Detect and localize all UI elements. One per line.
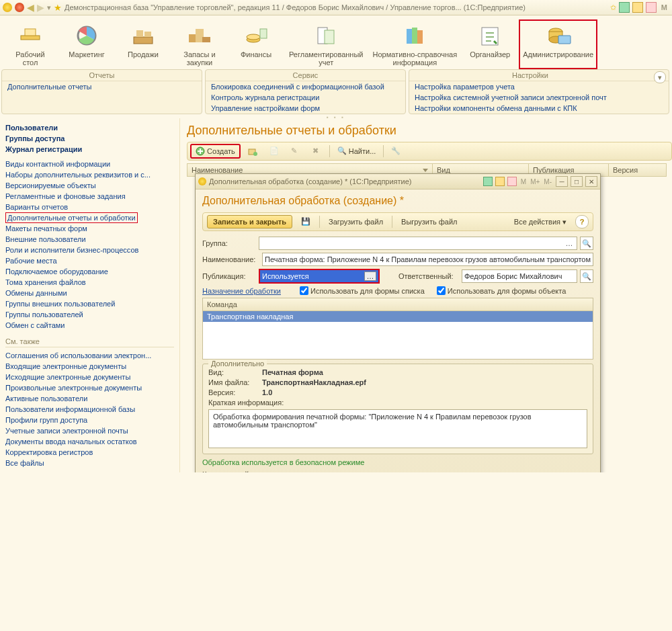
ellipsis-icon[interactable]: … (564, 239, 575, 247)
sidebar-bold[interactable]: Группы доступа (5, 133, 174, 144)
unload-file-button[interactable]: Выгрузить файл (396, 216, 462, 228)
use-object-checkbox[interactable]: Использовать для формы объекта (437, 286, 566, 295)
command-row[interactable]: Транспортная накладная (203, 311, 593, 322)
group-input[interactable]: … (259, 237, 577, 250)
sidebar-link[interactable]: Регламентные и фоновые задания (5, 191, 174, 202)
panel-link[interactable]: Контроль журнала регистрации (206, 92, 405, 103)
load-file-button[interactable]: Загрузить файл (324, 216, 388, 228)
fav-add-icon[interactable]: ✩ (610, 3, 616, 12)
sidebar-link[interactable]: Роли и исполнители бизнес-процессов (5, 245, 174, 255)
sidebar-link[interactable]: Макеты печатных форм (5, 223, 174, 234)
sidebar-link[interactable]: Группы пользователей (5, 309, 174, 320)
sidebar-link[interactable]: Профили групп доступа (5, 415, 174, 425)
assignment-link[interactable]: Назначение обработки (202, 287, 281, 295)
all-actions-button[interactable]: Все действия ▾ (509, 216, 571, 228)
publication-select[interactable]: Используется… (259, 269, 380, 284)
tb-icon[interactable] (495, 177, 505, 186)
sidebar-link[interactable]: Обмены данными (5, 288, 174, 298)
lookup-button[interactable]: 🔍 (580, 237, 593, 250)
delete-button[interactable]: ✖ (308, 144, 327, 158)
ribbon-regaccount[interactable]: Регламентированный учет (285, 19, 368, 69)
sidebar-link[interactable]: Соглашения об использовании электрон... (5, 350, 174, 361)
sidebar-bold[interactable]: Пользователи (5, 122, 174, 133)
tool-icon-1[interactable] (619, 2, 630, 13)
commands-header[interactable]: Команда (203, 298, 593, 311)
menu-icon[interactable] (15, 3, 24, 12)
tb-icon[interactable] (507, 177, 517, 186)
find-button[interactable]: 🔍Найти... (333, 144, 381, 158)
sidebar-link[interactable]: Внешние пользователи (5, 234, 174, 245)
close-button[interactable]: ✕ (585, 176, 597, 187)
m-icon[interactable]: M (659, 3, 669, 11)
sidebar-link[interactable]: Подключаемое оборудование (5, 266, 174, 277)
sidebar-link[interactable]: Варианты отчетов (5, 202, 174, 212)
save-button[interactable]: 💾 (296, 215, 315, 228)
nav-back-icon[interactable]: ◀ (27, 2, 34, 13)
ribbon-organizer[interactable]: Органайзер (462, 19, 517, 69)
tb-icon[interactable] (483, 177, 493, 186)
sidebar-link[interactable]: Корректировка регистров (5, 447, 174, 458)
sidebar-link[interactable]: Рабочие места (5, 255, 174, 266)
name-input[interactable]: Печатная форма: Приложение N 4 к Правила… (262, 253, 593, 266)
m-plus-icon[interactable]: M+ (530, 178, 540, 185)
sidebar-link[interactable]: Виды контактной информации (5, 159, 174, 169)
panel-link[interactable]: Настройка системной учетной записи элект… (409, 92, 669, 103)
col-ver[interactable]: Версия (609, 164, 666, 176)
tool-icon-2[interactable] (632, 2, 643, 13)
use-list-checkbox[interactable]: Использовать для формы списка (300, 286, 425, 295)
refresh-button[interactable]: 🔧 (386, 144, 405, 158)
panel-link[interactable]: Блокировка соединений с информационной б… (206, 81, 405, 92)
star-icon[interactable]: ★ (54, 3, 62, 13)
sidebar-link-extra-reports[interactable]: Дополнительные отчеты и обработки (7, 214, 136, 222)
panel-link[interactable]: Дополнительные отчеты (2, 81, 202, 92)
edit-button[interactable]: ✎ (286, 144, 305, 158)
create-folder-button[interactable] (243, 144, 262, 158)
sidebar-link[interactable]: Обмен с сайтами (5, 320, 174, 331)
sidebar-link[interactable]: Произвольные электронные документы (5, 382, 174, 393)
ribbon-admin[interactable]: Администрирование (519, 19, 597, 69)
sidebar-link[interactable]: Группы внешних пользователей (5, 298, 174, 309)
panel-service: Сервис Блокировка соединений с информаци… (205, 69, 406, 114)
version-value: 1.0 (262, 388, 272, 396)
ribbon-marketing[interactable]: Маркетинг (59, 19, 114, 69)
short-info-box[interactable]: Обработка формирования печатной формы: "… (208, 409, 587, 448)
panel-link[interactable]: Настройки компоненты обмена данными с КП… (409, 103, 669, 114)
ellipsis-icon[interactable]: … (364, 271, 376, 281)
sidebar-link[interactable]: Исходящие электронные документы (5, 372, 174, 382)
maximize-button[interactable]: □ (571, 176, 583, 187)
panel-link[interactable]: Настройка параметров учета (409, 81, 669, 92)
ribbon-refinfo[interactable]: Нормативно-справочная информация (369, 19, 462, 69)
ribbon-desktop[interactable]: Рабочий стол (3, 19, 58, 69)
sidebar-link[interactable]: Учетные записи электронной почты (5, 425, 174, 436)
pencil-icon: ✎ (291, 146, 300, 156)
ribbon-finance[interactable]: Финансы (228, 19, 284, 69)
lookup-button[interactable]: 🔍 (580, 269, 593, 283)
svg-rect-13 (325, 30, 334, 44)
ribbon-sales[interactable]: Продажи (116, 19, 171, 69)
ribbon-stock[interactable]: Запасы и закупки (172, 19, 227, 69)
responsible-input[interactable]: Федоров Борис Михайлович (462, 269, 577, 283)
create-button[interactable]: Создать (190, 144, 241, 159)
minimize-button[interactable]: ─ (556, 176, 568, 187)
save-close-button[interactable]: Записать и закрыть (207, 215, 292, 228)
m-icon[interactable]: M (519, 178, 528, 185)
sidebar-link[interactable]: Наборы дополнительных реквизитов и с... (5, 169, 174, 180)
sidebar-link[interactable]: Версионируемые объекты (5, 180, 174, 191)
sidebar-link[interactable]: Пользователи информационной базы (5, 404, 174, 415)
sidebar-link[interactable]: Входящие электронные документы (5, 361, 174, 372)
wrench-icon: 🔧 (391, 146, 401, 156)
m-minus-icon[interactable]: M- (542, 178, 553, 185)
sidebar-link[interactable]: Все файлы (5, 458, 174, 468)
panel-expand-icon[interactable]: ▾ (654, 71, 666, 83)
disk-icon: 💾 (301, 217, 310, 226)
sidebar-link[interactable]: Тома хранения файлов (5, 277, 174, 288)
nav-fwd-icon[interactable]: ▶ (37, 2, 44, 13)
panel-link[interactable]: Управление настройками форм (206, 103, 405, 114)
copy-button[interactable]: 📄 (265, 144, 284, 158)
sidebar-bold[interactable]: Журнал регистрации (5, 144, 174, 155)
sidebar-link[interactable]: Активные пользователи (5, 393, 174, 404)
dialog-titlebar[interactable]: Дополнительная обработка (создание) * (1… (196, 174, 600, 190)
tool-icon-3[interactable] (646, 2, 657, 13)
sidebar-link[interactable]: Документы ввода начальных остатков (5, 436, 174, 447)
help-button[interactable]: ? (575, 215, 589, 228)
